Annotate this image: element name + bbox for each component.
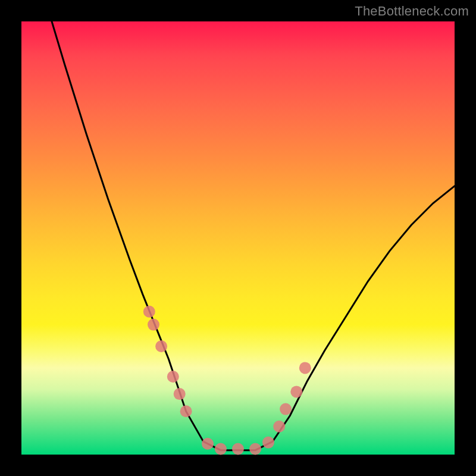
highlight-dot — [167, 371, 179, 383]
highlight-dot — [249, 443, 261, 455]
highlight-dot — [155, 340, 167, 352]
highlight-dot — [232, 443, 244, 455]
highlight-dot — [290, 386, 302, 397]
chart-frame: TheBottleneck.com — [0, 0, 476, 476]
highlight-dot — [280, 403, 292, 415]
highlight-dots — [143, 306, 311, 455]
gradient-plot-area — [21, 21, 455, 455]
highlight-dot — [273, 421, 285, 433]
highlight-dot — [148, 319, 159, 331]
bottleneck-curve — [52, 21, 455, 450]
curve-layer — [21, 21, 455, 455]
highlight-dot — [143, 306, 155, 318]
watermark-text: TheBottleneck.com — [355, 4, 469, 19]
highlight-dot — [215, 443, 227, 455]
highlight-dot — [262, 437, 274, 449]
highlight-dot — [174, 388, 186, 400]
highlight-dot — [202, 438, 214, 450]
highlight-dot — [299, 362, 311, 374]
highlight-dot — [180, 405, 192, 417]
